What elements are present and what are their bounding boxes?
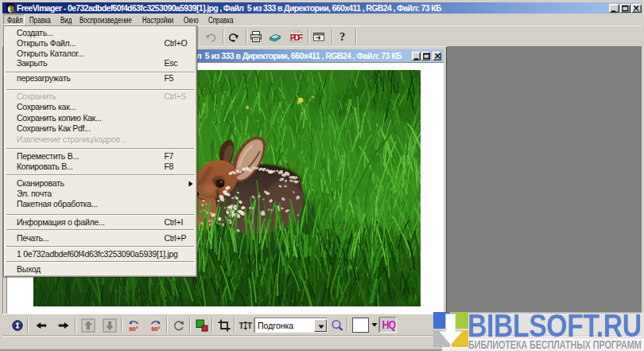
- svg-text:?: ?: [339, 30, 345, 43]
- svg-text:T: T: [239, 322, 244, 330]
- svg-text:T: T: [247, 322, 252, 330]
- svg-text:90°: 90°: [129, 326, 138, 333]
- svg-text:PDF: PDF: [290, 33, 303, 42]
- svg-text:90°: 90°: [151, 326, 161, 333]
